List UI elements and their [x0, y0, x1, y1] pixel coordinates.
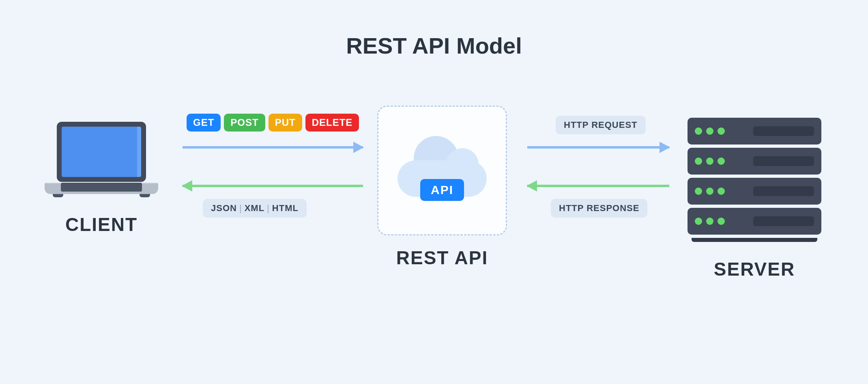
arrow-server-to-api [527, 185, 669, 187]
method-post: POST [224, 114, 265, 132]
http-response-label: HTTP RESPONSE [551, 199, 647, 218]
diagram-title: REST API Model [346, 32, 522, 59]
client-node: CLIENT [37, 122, 166, 235]
rest-api-node: API REST API [377, 106, 507, 269]
api-badge: API [420, 179, 464, 201]
format-sep: | [267, 203, 270, 214]
response-formats: JSON | XML | HTML [203, 199, 307, 218]
api-caption: REST API [396, 247, 488, 269]
format-json: JSON [211, 203, 237, 214]
laptop-icon [45, 122, 158, 197]
http-methods: GET POST PUT DELETE [187, 114, 359, 132]
server-icon [688, 118, 821, 242]
server-caption: SERVER [714, 258, 795, 280]
method-put: PUT [269, 114, 302, 132]
arrow-api-to-client [183, 185, 363, 187]
server-node: SERVER [681, 118, 827, 280]
method-delete: DELETE [305, 114, 359, 132]
client-caption: CLIENT [65, 214, 138, 235]
arrow-api-to-server [527, 146, 669, 149]
format-sep: | [239, 203, 242, 214]
format-xml: XML [245, 203, 264, 214]
api-box: API [377, 106, 507, 235]
arrow-client-to-api [183, 146, 363, 149]
format-html: HTML [272, 203, 299, 214]
method-get: GET [187, 114, 221, 132]
cloud-icon: API [397, 144, 487, 197]
http-request-label: HTTP REQUEST [556, 116, 646, 134]
